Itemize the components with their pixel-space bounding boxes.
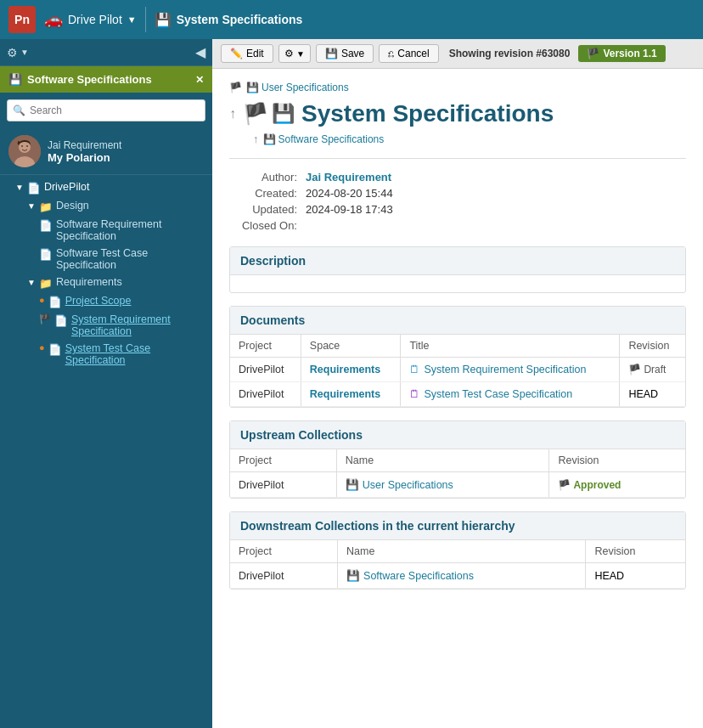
downstream-body: Project Name Revision DrivePilot 💾: [230, 540, 685, 589]
table-row: DrivePilot 💾 User Specifications: [230, 472, 685, 498]
closed-label: Closed On:: [229, 219, 297, 232]
meta-created-row: Created: 2024-08-20 15:44: [229, 185, 686, 201]
up-col-revision: Revision: [549, 449, 685, 472]
tree-item-drivepilot[interactable]: ▼ 📄 DrivePilot: [0, 178, 212, 197]
down-col-project: Project: [230, 540, 338, 563]
cancel-button[interactable]: ⎌ Cancel: [379, 44, 438, 63]
breadcrumb-save-icon: 💾: [246, 82, 259, 93]
tree-item-project-scope[interactable]: ● 📄 Project Scope: [0, 292, 212, 311]
doc-col-revision: Revision: [620, 335, 685, 358]
doc-content: 🏴 💾 User Specifications ↑ 🏴 💾 System Spe…: [212, 69, 703, 728]
svg-point-3: [21, 145, 23, 147]
documents-title: Documents: [240, 313, 305, 327]
down-row1-name: 💾 Software Specifications: [338, 563, 586, 589]
tree-item-system-req[interactable]: 🏴 📄 System Requirement Specification: [0, 311, 212, 340]
revision-text: Showing revision #63080: [449, 48, 571, 59]
down-row1-name-link[interactable]: 💾 Software Specifications: [346, 569, 576, 582]
settings-button[interactable]: ⚙ ▼: [278, 44, 311, 63]
gear-dropdown-arrow: ▼: [20, 48, 29, 57]
sidebar-tab[interactable]: 💾 Software Specifications ✕: [0, 66, 212, 93]
author-value: Jai Requirement: [306, 171, 391, 183]
subtitle-link[interactable]: 💾 Software Specifications: [263, 133, 385, 145]
tree-label-system-req[interactable]: System Requirement Specification: [71, 313, 205, 337]
avatar: [8, 135, 41, 167]
down-col-name: Name: [338, 540, 586, 563]
documents-table: Project Space Title Revision DrivePilot …: [230, 335, 685, 407]
sidebar-tab-close[interactable]: ✕: [195, 74, 204, 86]
folder-icon-design: 📁: [39, 200, 53, 213]
app-name-area[interactable]: 🚗 Drive Pilot ▼: [44, 10, 137, 29]
sidebar-collapse-button[interactable]: ◀: [195, 44, 205, 60]
tree-arrow-requirements: ▼: [27, 278, 36, 287]
doc-row2-revision: HEAD: [620, 382, 685, 407]
documents-section: Documents Project Space Title Revision: [229, 306, 686, 408]
doc-icon-system-test: 📄: [48, 343, 62, 356]
tree-label-project-scope[interactable]: Project Scope: [65, 295, 132, 307]
meta-closed-row: Closed On:: [229, 217, 686, 234]
table-row: DrivePilot 💾 Software Specifications HEA…: [230, 563, 685, 589]
upstream-body: Project Name Revision DrivePilot 💾: [230, 449, 685, 498]
draft-flag-icon: 🏴: [628, 364, 641, 375]
doc-icon-software-req: 📄: [39, 219, 53, 232]
subtitle-up-arrow: ↑: [253, 133, 259, 145]
up-row1-name-icon: 💾: [346, 478, 359, 491]
doc-row2-title-icon: 🗒: [409, 388, 420, 400]
svg-point-4: [26, 145, 28, 147]
up-row1-name-link[interactable]: 💾 User Specifications: [346, 478, 541, 491]
doc-row1-title-link[interactable]: 🗒 System Requirement Specification: [409, 364, 610, 375]
app-dropdown-icon[interactable]: ▼: [127, 14, 137, 25]
sidebar-gear-button[interactable]: ⚙ ▼: [7, 46, 29, 59]
updated-value: 2024-09-18 17:43: [306, 203, 393, 216]
doc-row1-space: Requirements: [301, 358, 401, 382]
doc-row2-project: DrivePilot: [230, 382, 301, 407]
tree-item-software-req[interactable]: 📄 Software Requirement Specification: [0, 216, 212, 245]
top-bar-save-icon: 💾: [155, 12, 172, 28]
sidebar-header: ⚙ ▼ ◀: [0, 39, 212, 66]
sidebar-tab-text: Software Specifications: [27, 73, 152, 86]
tree-item-system-test[interactable]: ● 📄 System Test Case Specification: [0, 340, 212, 369]
search-input[interactable]: [7, 99, 205, 121]
breadcrumb-text: User Specifications: [262, 82, 349, 93]
down-row1-project: DrivePilot: [230, 563, 338, 589]
top-bar: Pn 🚗 Drive Pilot ▼ 💾 System Specificatio…: [0, 0, 703, 39]
tree-label-system-test[interactable]: System Test Case Specification: [65, 342, 205, 366]
up-col-name: Name: [336, 449, 549, 472]
content-area: ✏️ Edit ⚙ ▼ 💾 Save ⎌ Cancel Showing revi…: [212, 39, 703, 728]
breadcrumb-link[interactable]: 💾 User Specifications: [246, 82, 349, 93]
downstream-section-header: Downstream Collections in the current hi…: [230, 512, 685, 540]
title-save-icon: 💾: [272, 103, 295, 125]
table-row: DrivePilot Requirements 🗒 System Require…: [230, 358, 685, 382]
doc-row2-space: Requirements: [301, 382, 401, 407]
title-flag-icon: 🏴: [243, 102, 268, 126]
divider-1: [229, 158, 686, 159]
approved-flag-icon: 🏴: [558, 479, 571, 491]
tree-item-design[interactable]: ▼ 📁 Design: [0, 197, 212, 216]
save-button[interactable]: 💾 Save: [316, 44, 374, 63]
doc-row1-project: DrivePilot: [230, 358, 301, 382]
top-bar-divider: [145, 7, 146, 32]
tree-item-requirements[interactable]: ▼ 📁 Requirements: [0, 274, 212, 292]
upstream-section-header: Upstream Collections: [230, 421, 685, 449]
doc-row2-title-link[interactable]: 🗒 System Test Case Specification: [409, 388, 610, 400]
tree-label-design: Design: [56, 200, 89, 212]
tree-label-software-req: Software Requirement Specification: [56, 218, 205, 242]
up-row1-project: DrivePilot: [230, 472, 336, 498]
user-name: Jai Requirement: [48, 139, 121, 151]
car-icon: 🚗: [44, 10, 63, 29]
doc-row2-title: 🗒 System Test Case Specification: [401, 382, 620, 407]
tree-arrow-drivepilot: ▼: [15, 183, 24, 192]
breadcrumb: 🏴 💾 User Specifications: [229, 82, 686, 93]
edit-button[interactable]: ✏️ Edit: [221, 44, 273, 63]
description-section-header: Description: [230, 247, 685, 275]
user-profile[interactable]: Jai Requirement My Polarion: [0, 128, 212, 175]
doc-row1-title: 🗒 System Requirement Specification: [401, 358, 620, 382]
tree-item-software-test[interactable]: 📄 Software Test Case Specification: [0, 245, 212, 274]
edit-icon: ✏️: [230, 48, 243, 59]
description-title: Description: [240, 254, 306, 268]
cancel-icon: ⎌: [388, 48, 394, 59]
tree-label-software-test: Software Test Case Specification: [56, 247, 205, 271]
version-flag-icon: 🏴: [587, 48, 599, 59]
tree-arrow-design: ▼: [27, 201, 36, 211]
app-logo: Pn: [8, 6, 36, 33]
folder-icon-requirements: 📁: [39, 277, 53, 290]
